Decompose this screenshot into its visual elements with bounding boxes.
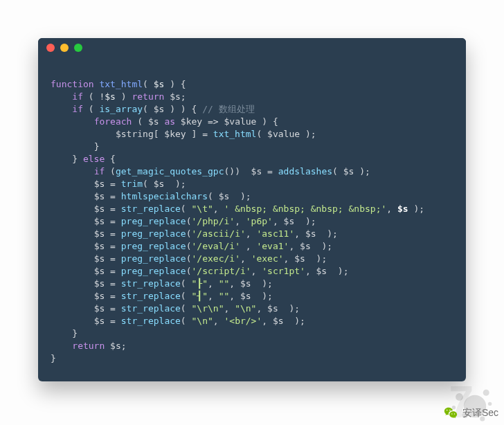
- code-text: (: [181, 303, 192, 314]
- code-text: $s =: [94, 204, 121, 214]
- code-text: $s: [154, 79, 165, 89]
- code-text: , $s );: [229, 278, 273, 289]
- code-text: $s;: [105, 341, 126, 351]
- window-titlebar: [38, 38, 466, 57]
- code-text: $string[ $key ] =: [116, 129, 213, 139]
- code-text: ( $s );: [208, 191, 251, 201]
- code-text: $s =: [94, 278, 121, 289]
- string-literal: ' &nbsp; &nbsp; &nbsp; &nbsp;': [224, 204, 386, 214]
- string-literal: "\n": [192, 316, 213, 326]
- code-indent: [51, 228, 94, 239]
- code-text: $s =: [94, 228, 121, 239]
- code-text: }: [72, 154, 78, 164]
- builtin-fn: str_replace: [121, 291, 181, 301]
- code-indent: [51, 341, 72, 351]
- code-text: , $s );: [273, 216, 316, 226]
- builtin-fn: str_replace: [121, 204, 181, 214]
- code-text: ,: [240, 241, 256, 251]
- code-indent: [51, 328, 72, 338]
- code-text: , $s );: [305, 266, 349, 276]
- svg-point-2: [483, 390, 489, 396]
- code-text: ) {: [164, 79, 186, 89]
- builtin-fn: get_magic_quotes_gpc: [116, 166, 224, 177]
- string-literal: '/ascii/i': [192, 228, 246, 239]
- code-text: (: [181, 204, 192, 214]
- code-text: ,: [235, 216, 246, 226]
- keyword-function: function: [51, 79, 94, 89]
- builtin-fn: addslashes: [278, 166, 332, 177]
- watermark-label: 安译Sec: [462, 407, 498, 419]
- code-indent: [51, 291, 94, 301]
- code-indent: [51, 104, 72, 114]
- string-literal: "": [219, 291, 230, 301]
- code-text: ( $value );: [256, 129, 316, 139]
- code-text: $s =: [94, 266, 121, 276]
- string-literal: "": [219, 278, 230, 289]
- keyword-as: as: [164, 116, 175, 127]
- code-text: $s =: [94, 316, 121, 326]
- code-indent: [51, 154, 72, 164]
- code-text: ( !: [83, 91, 105, 102]
- code-indent: [51, 179, 94, 189]
- keyword-if: if: [94, 166, 105, 177]
- code-text: }: [72, 328, 78, 338]
- minimize-icon[interactable]: [60, 44, 69, 52]
- code-text: , $s );: [256, 303, 300, 314]
- code-text: ( $s: [132, 116, 164, 127]
- code-text: (: [105, 166, 116, 177]
- code-text: , $s );: [289, 241, 332, 251]
- code-text: $s: [397, 204, 413, 214]
- code-text: ,: [208, 278, 219, 289]
- code-text: $s =: [94, 179, 121, 189]
- builtin-fn: htmlspecialchars: [121, 191, 208, 201]
- code-text: $s =: [94, 291, 121, 301]
- code-indent: [51, 129, 116, 139]
- string-literal: "┨": [192, 291, 208, 301]
- code-text: [78, 154, 83, 164]
- code-text: (: [186, 216, 192, 226]
- code-text: (: [181, 316, 192, 326]
- comment: // 数组处理: [202, 104, 254, 114]
- code-text: }: [94, 141, 100, 152]
- builtin-fn: txt_html: [213, 129, 257, 139]
- string-literal: 'asc11': [256, 228, 294, 239]
- string-literal: "\t": [192, 204, 213, 214]
- code-text: ,: [213, 316, 224, 326]
- code-window: function txt_html( $s ) { if ( !$s ) ret…: [38, 38, 466, 381]
- code-text: (: [186, 253, 192, 264]
- keyword-if: if: [72, 104, 83, 114]
- code-indent: [51, 253, 94, 264]
- builtin-fn: str_replace: [121, 316, 181, 326]
- builtin-fn: preg_replace: [121, 253, 186, 264]
- code-text: ,: [251, 266, 262, 276]
- keyword-else: else: [83, 154, 105, 164]
- string-literal: '/eval/i': [192, 241, 240, 251]
- code-text: ( $s );: [332, 166, 370, 177]
- code-text: $s =: [94, 216, 121, 226]
- code-text: (: [186, 228, 192, 239]
- code-text: ,: [386, 204, 397, 214]
- builtin-fn: preg_replace: [121, 228, 186, 239]
- zoom-icon[interactable]: [74, 44, 82, 52]
- keyword-return: return: [72, 341, 105, 351]
- builtin-fn: preg_replace: [121, 241, 186, 251]
- code-text: $key => $value ) {: [175, 116, 278, 127]
- code-indent: [51, 116, 94, 127]
- code-indent: [51, 166, 94, 177]
- code-indent: [51, 266, 94, 276]
- code-text: ,: [240, 253, 251, 264]
- code-block: function txt_html( $s ) { if ( !$s ) ret…: [38, 57, 466, 381]
- close-icon[interactable]: [46, 44, 55, 52]
- code-indent: [51, 278, 94, 289]
- code-text: (: [186, 266, 192, 276]
- builtin-fn: is_array: [99, 104, 143, 114]
- code-indent: [51, 91, 72, 102]
- string-literal: 'eva1': [256, 241, 289, 251]
- code-indent: [51, 303, 94, 314]
- code-indent: [51, 216, 94, 226]
- string-literal: "\n": [235, 303, 256, 314]
- builtin-fn: trim: [121, 179, 143, 189]
- code-text: }: [51, 353, 56, 363]
- string-literal: 'p6p': [246, 216, 273, 226]
- string-literal: '/script/i': [192, 266, 251, 276]
